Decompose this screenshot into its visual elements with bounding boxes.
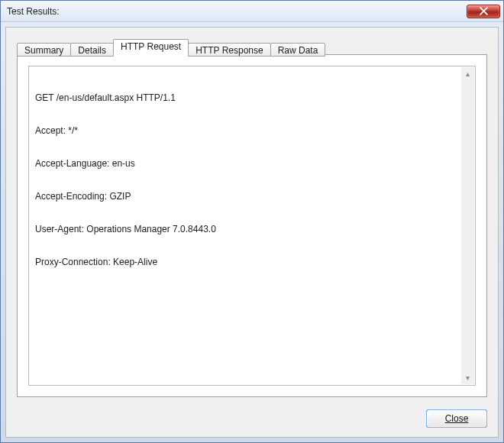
scroll-down-icon[interactable]: ▾ [461, 371, 474, 384]
tab-http-request[interactable]: HTTP Request [113, 39, 189, 55]
window-close-button[interactable] [467, 5, 500, 18]
close-button-label: Close [445, 413, 469, 424]
scroll-up-icon[interactable]: ▴ [461, 67, 474, 80]
window: Test Results: Summary Details HTTP Reque… [0, 0, 504, 443]
request-line: GET /en-us/default.aspx HTTP/1.1 [35, 92, 469, 104]
request-line: User-Agent: Operations Manager 7.0.8443.… [35, 224, 469, 235]
scrollbar-vertical[interactable]: ▴ ▾ [461, 67, 474, 384]
tab-http-response[interactable]: HTTP Response [188, 43, 270, 57]
tab-summary[interactable]: Summary [17, 43, 71, 57]
client-area: Summary Details HTTP Request HTTP Respon… [5, 27, 499, 438]
request-line: Accept-Encoding: GZIP [35, 191, 469, 202]
request-line: Proxy-Connection: Keep-Alive [35, 257, 469, 268]
button-row: Close [6, 405, 498, 437]
close-button[interactable]: Close [426, 409, 487, 428]
window-title: Test Results: [7, 6, 467, 17]
request-line: Accept: */* [35, 125, 469, 137]
close-icon [480, 7, 488, 15]
tab-details[interactable]: Details [70, 43, 114, 57]
http-request-textbox[interactable]: GET /en-us/default.aspx HTTP/1.1 Accept:… [28, 66, 476, 386]
tab-content: GET /en-us/default.aspx HTTP/1.1 Accept:… [17, 55, 487, 397]
titlebar: Test Results: [1, 1, 503, 22]
tab-raw-data[interactable]: Raw Data [270, 43, 326, 57]
tabstrip: Summary Details HTTP Request HTTP Respon… [17, 38, 487, 55]
request-line: Accept-Language: en-us [35, 158, 469, 170]
